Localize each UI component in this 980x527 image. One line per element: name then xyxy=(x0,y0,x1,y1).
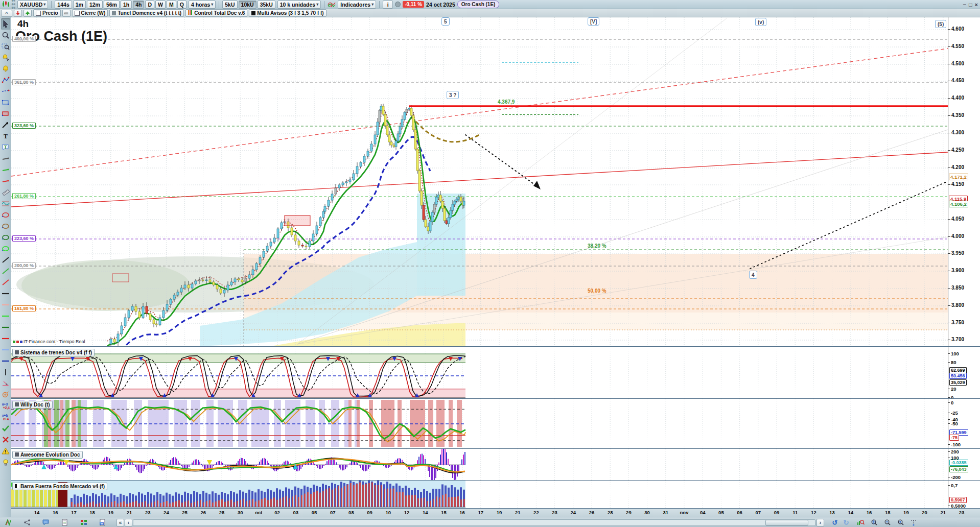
hline-blue-tool[interactable] xyxy=(1,355,10,367)
timeframe-select[interactable]: 4 horas▾ xyxy=(189,1,216,9)
timeframe-button-1h[interactable]: 1h xyxy=(121,1,132,9)
hline-green-tool[interactable] xyxy=(1,310,10,322)
zoom-fit-icon[interactable] xyxy=(870,518,878,526)
panel-title-chip[interactable]: Awesome Evolution Doc xyxy=(12,451,83,459)
trendline-black-tool[interactable] xyxy=(1,254,10,266)
instrument-badge[interactable]: Oro Cash (1E) xyxy=(457,1,500,8)
tunel-indicator-chip[interactable]: Tunel Domenec v4 (t t t t t) xyxy=(109,9,184,17)
unit-button-5kU[interactable]: 5kU xyxy=(222,1,237,9)
record-icon[interactable] xyxy=(395,2,401,7)
indicator-plot[interactable]: Sistema de trenes Doc v4 (f f) xyxy=(11,347,948,398)
hline-pink-tool[interactable] xyxy=(1,299,10,310)
timeframe-button-1m[interactable]: 1m xyxy=(73,1,86,9)
file-icon[interactable] xyxy=(61,518,69,526)
formula-frac-tool[interactable]: x+bc+4 xyxy=(1,412,10,423)
checkbox-icon[interactable] xyxy=(75,11,80,16)
warning-tool[interactable] xyxy=(1,445,10,457)
vline-tool[interactable] xyxy=(1,367,10,378)
control-indicator-chip[interactable]: Control Total Doc v.6 xyxy=(185,9,247,17)
measure-icon[interactable] xyxy=(909,518,918,526)
segment-tool[interactable] xyxy=(1,153,10,164)
price-chart-plot[interactable]: 4h Oro Cash (1E) IT-Finance.com - Tiempo… xyxy=(11,17,948,346)
timeframe-button-144s[interactable]: 144s xyxy=(55,1,72,9)
price-axis[interactable]: 4.6004.5504.5004.4504.4004.3504.3004.250… xyxy=(948,17,980,346)
timeframe-button-W[interactable]: W xyxy=(155,1,166,9)
delete-tool[interactable] xyxy=(1,434,10,445)
avisos-indicator-chip[interactable]: Multi Avisos (3 f 3 1,5 70 f f) xyxy=(249,9,326,17)
wave-marker[interactable]: [V] xyxy=(588,17,599,26)
ellipse-darkgreen-tool[interactable] xyxy=(1,232,10,243)
ellipse-green-tool[interactable] xyxy=(1,243,10,254)
date-axis[interactable]: 141617181921232425262830oct0203050708091… xyxy=(11,508,980,517)
scrollbar-thumb[interactable] xyxy=(765,520,808,525)
wave-marker[interactable]: 4 xyxy=(749,271,757,279)
unit-button-10kU[interactable]: 10kU xyxy=(239,1,256,9)
hline-darkgreen-tool[interactable] xyxy=(1,322,10,333)
wave-marker[interactable]: 5 xyxy=(441,17,450,26)
horizontal-scrollbar[interactable] xyxy=(133,519,815,526)
trendline-green-tool[interactable] xyxy=(1,266,10,277)
redo-icon[interactable]: ↻ xyxy=(842,518,850,526)
scroll-right-button[interactable]: › xyxy=(816,519,824,526)
drag-grip-icon[interactable]: ●●●●●● xyxy=(11,0,15,10)
formula-sum-tool[interactable]: a+3+2,4 xyxy=(1,400,10,412)
polyline-tool[interactable] xyxy=(1,75,10,86)
info-button[interactable]: i xyxy=(383,1,393,9)
dashed-segment-tool[interactable] xyxy=(1,86,10,97)
indicator-plot[interactable]: Willy Doc (t) xyxy=(11,399,948,448)
price-indicator-chip[interactable]: Precio xyxy=(33,9,61,17)
rectangle-blue-tool[interactable] xyxy=(1,97,10,108)
segment-red-tool[interactable] xyxy=(1,176,10,187)
cursor-tool[interactable] xyxy=(1,18,10,30)
alert-add-tool[interactable] xyxy=(1,52,10,63)
zoom-tool[interactable] xyxy=(1,30,10,41)
collapse-scroll-button[interactable]: « xyxy=(116,519,124,526)
units-select[interactable]: 10 k unidades▾ xyxy=(277,1,321,9)
list-button[interactable]: ≔ xyxy=(62,10,71,17)
rectangle-red-tool[interactable] xyxy=(1,108,10,119)
fibonacci-tool[interactable] xyxy=(1,389,10,400)
ellipse-red-tool[interactable] xyxy=(1,209,10,221)
zoom-chart-icon[interactable] xyxy=(856,518,865,526)
maximize-icon[interactable]: □ xyxy=(969,2,972,8)
trendline-red-tool[interactable] xyxy=(1,277,10,288)
wave-marker[interactable]: (5) xyxy=(935,20,946,28)
angle-tool[interactable]: a xyxy=(1,378,10,389)
hline-lightblue-tool[interactable] xyxy=(1,344,10,355)
indicator-plot[interactable]: Awesome Evolution Doc xyxy=(11,449,948,480)
idea-tool[interactable] xyxy=(1,457,10,468)
undo-icon[interactable]: ↺ xyxy=(831,518,839,526)
unit-button-35kU[interactable]: 35kU xyxy=(258,1,275,9)
zoom-out-icon[interactable] xyxy=(883,518,891,526)
share-icon[interactable] xyxy=(23,518,31,526)
checkbox-icon[interactable] xyxy=(36,11,41,16)
panel-title-chip[interactable]: Barra Fuerza Fondo Mercado v4 (f) xyxy=(12,483,107,490)
comment-icon[interactable]: ••• xyxy=(42,518,50,526)
text-tool[interactable]: T xyxy=(1,131,10,142)
zoom-in-icon[interactable] xyxy=(896,518,904,526)
timeframe-button-12m[interactable]: 12m xyxy=(87,1,103,9)
timeframe-button-56m[interactable]: 56m xyxy=(104,1,120,9)
collapse-button[interactable]: ^ xyxy=(1,10,12,17)
arrow-tool[interactable] xyxy=(1,119,10,131)
panel-title-chip[interactable]: Willy Doc (t) xyxy=(12,401,53,409)
timeframe-button-Q[interactable]: Q xyxy=(177,1,186,9)
segment-green-tool[interactable] xyxy=(1,164,10,176)
timeframe-button-M[interactable]: M xyxy=(167,1,176,9)
draw-icon[interactable] xyxy=(4,518,12,526)
timeframe-button-4h[interactable]: 4h xyxy=(133,1,144,9)
word-doc-icon[interactable]: W xyxy=(99,518,107,526)
buy-arrow-button[interactable] xyxy=(24,10,32,17)
hline-black-tool[interactable] xyxy=(1,288,10,299)
ruler-tool[interactable] xyxy=(1,187,10,198)
hline-red-tool[interactable] xyxy=(1,333,10,344)
timeframe-button-D[interactable]: D xyxy=(145,1,154,9)
layout-icon[interactable] xyxy=(80,518,88,526)
symbol-select[interactable]: XAUUSD▾ xyxy=(17,1,48,9)
indicators-button[interactable]: Indicadores▾ xyxy=(338,1,376,9)
alert-tool[interactable] xyxy=(1,63,10,75)
ellipse-brown-tool[interactable] xyxy=(1,221,10,232)
close-icon[interactable]: × xyxy=(975,2,978,8)
text-bubble-tool[interactable]: T xyxy=(1,142,10,153)
scroll-left-button[interactable]: ‹ xyxy=(125,519,132,526)
